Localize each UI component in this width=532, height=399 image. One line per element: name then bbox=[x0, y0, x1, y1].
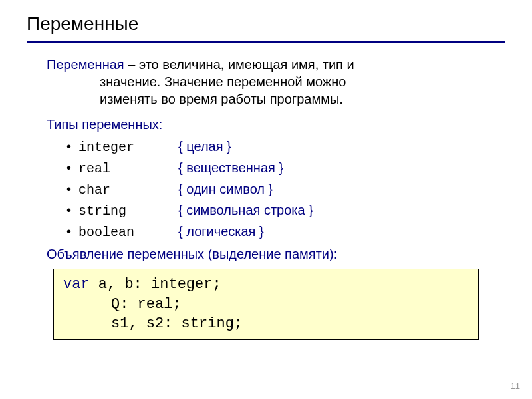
bullet-icon: • bbox=[66, 179, 78, 199]
types-heading: Типы переменных: bbox=[47, 117, 505, 132]
type-name: char bbox=[78, 180, 178, 200]
definition-line3: изменять во время работы программы. bbox=[100, 90, 505, 108]
definition-paragraph: Переменная – это величина, имеющая имя, … bbox=[47, 56, 505, 108]
code-keyword: var bbox=[63, 276, 90, 293]
code-text: s1, s2: string; bbox=[63, 314, 243, 334]
type-name: integer bbox=[78, 138, 178, 158]
bullet-icon: • bbox=[66, 221, 78, 241]
slide: Переменные Переменная – это величина, им… bbox=[0, 0, 532, 353]
bullet-icon: • bbox=[66, 158, 78, 178]
bullet-icon: • bbox=[66, 136, 78, 156]
types-list: • integer { целая } • real { вещественна… bbox=[66, 136, 505, 243]
code-text: Q: real; bbox=[63, 295, 182, 315]
type-name: real bbox=[78, 159, 178, 179]
declaration-heading: Объявление переменных (выделение памяти)… bbox=[47, 247, 505, 262]
bullet-icon: • bbox=[66, 200, 78, 220]
definition-term: Переменная bbox=[47, 57, 124, 72]
code-block: var a, b: integer; Q: real; s1, s2: stri… bbox=[53, 269, 479, 340]
type-desc: { символьная строка } bbox=[178, 200, 313, 220]
type-desc: { логическая } bbox=[178, 221, 264, 241]
type-desc: { вещественная } bbox=[178, 158, 283, 178]
page-number: 11 bbox=[511, 381, 520, 391]
type-desc: { целая } bbox=[178, 136, 231, 156]
definition-line2: значение. Значение переменной можно bbox=[100, 73, 505, 90]
code-line: s1, s2: string; bbox=[63, 314, 469, 334]
type-desc: { один символ } bbox=[178, 179, 273, 199]
list-item: • string { символьная строка } bbox=[66, 200, 505, 221]
type-name: boolean bbox=[78, 223, 178, 243]
definition-line1: это величина, имеющая имя, тип и bbox=[139, 57, 354, 72]
type-name: string bbox=[78, 201, 178, 221]
definition-dash: – bbox=[124, 57, 139, 72]
code-line: var a, b: integer; bbox=[63, 275, 469, 295]
slide-title: Переменные bbox=[27, 13, 505, 43]
list-item: • boolean { логическая } bbox=[66, 221, 505, 243]
list-item: • integer { целая } bbox=[66, 136, 505, 158]
list-item: • real { вещественная } bbox=[66, 158, 505, 179]
code-line: Q: real; bbox=[63, 295, 469, 315]
code-text: a, b: integer; bbox=[90, 276, 221, 293]
list-item: • char { один символ } bbox=[66, 179, 505, 200]
